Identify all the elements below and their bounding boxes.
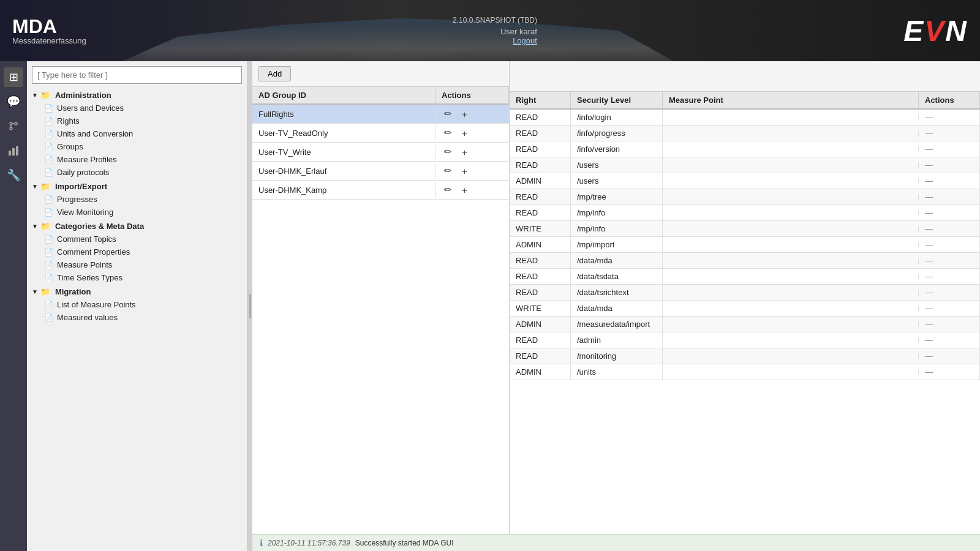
tree-item-list-of-measure-points[interactable]: 📄List of Measure Points: [29, 298, 244, 311]
folder-minus-icon: 📁: [40, 91, 50, 100]
tree-group-header[interactable]: ▼📁Administration: [29, 89, 244, 102]
security-level-cell: /units: [571, 364, 663, 380]
rights-row[interactable]: READ/monitoring—: [510, 348, 980, 364]
tree-item-time-series-types[interactable]: 📄Time Series Types: [29, 271, 244, 284]
security-level-cell: /info/login: [571, 110, 663, 125]
status-message: Successfully started MDA GUI: [355, 539, 454, 547]
ad-group-actions-cell: ✏+: [435, 124, 509, 142]
add-row-button[interactable]: +: [459, 127, 470, 140]
rights-row[interactable]: ADMIN/units—: [510, 364, 980, 380]
tree-item-measure-profiles[interactable]: 📄Measure Profiles: [29, 153, 244, 166]
tree-group-administration: ▼📁Administration📄Users and Devices📄Right…: [29, 89, 244, 179]
measure-point-cell: [663, 178, 919, 184]
rights-row[interactable]: ADMIN/users—: [510, 173, 980, 189]
sidebar-grid-icon[interactable]: ⊞: [4, 67, 23, 87]
add-row-button[interactable]: +: [459, 165, 470, 178]
rights-row[interactable]: READ/info/progress—: [510, 126, 980, 141]
ad-group-actions-cell: ✏+: [435, 181, 509, 199]
tree-group-header[interactable]: ▼📁Import/Export: [29, 180, 244, 193]
rights-row[interactable]: READ/data/tsdata—: [510, 269, 980, 285]
page-icon: 📄: [44, 195, 53, 204]
header-branding: MDA Messdatenerfassung: [12, 17, 86, 45]
tree-group-header[interactable]: ▼📁Categories & Meta Data: [29, 220, 244, 233]
edit-button[interactable]: ✏: [442, 126, 454, 140]
add-row-button[interactable]: +: [459, 146, 470, 159]
rights-row[interactable]: READ/mp/tree—: [510, 189, 980, 205]
tree-group-header[interactable]: ▼📁Migration: [29, 285, 244, 298]
rights-action-cell: —: [919, 110, 980, 125]
expand-icon: ▼: [32, 223, 38, 230]
add-button[interactable]: Add: [258, 66, 291, 81]
rights-row[interactable]: ADMIN/measuredata/import—: [510, 317, 980, 332]
expand-icon: ▼: [32, 183, 38, 190]
rights-row[interactable]: READ/data/tsrichtext—: [510, 285, 980, 301]
tree-item-comment-topics[interactable]: 📄Comment Topics: [29, 233, 244, 246]
rights-table-body: READ/info/login—READ/info/progress—READ/…: [510, 110, 980, 534]
rights-row[interactable]: WRITE/mp/info—: [510, 221, 980, 237]
sidebar-wrench-icon[interactable]: 🔧: [4, 165, 23, 185]
rights-row[interactable]: ADMIN/mp/import—: [510, 237, 980, 253]
col-measure-point: Measure Point: [663, 92, 919, 108]
rights-row[interactable]: READ/info/version—: [510, 141, 980, 157]
rights-row[interactable]: READ/mp/info—: [510, 205, 980, 221]
rights-row[interactable]: READ/info/login—: [510, 110, 980, 126]
add-row-button[interactable]: +: [459, 108, 470, 121]
rights-action-cell: —: [919, 157, 980, 173]
panel-divider[interactable]: [247, 61, 252, 551]
rights-row[interactable]: READ/admin—: [510, 332, 980, 348]
page-icon: 📄: [44, 168, 53, 177]
tree-item-units-and-conversion[interactable]: 📄Units and Conversion: [29, 127, 244, 140]
rights-action-cell: —: [919, 126, 980, 141]
col-ad-group-id: AD Group ID: [252, 87, 435, 103]
measure-point-cell: [663, 274, 919, 280]
right-cell: READ: [510, 157, 571, 173]
edit-button[interactable]: ✏: [442, 164, 454, 178]
svg-rect-7: [16, 146, 18, 156]
edit-button[interactable]: ✏: [442, 145, 454, 159]
rights-row[interactable]: READ/users—: [510, 157, 980, 173]
right-cell: READ: [510, 189, 571, 204]
rights-row[interactable]: READ/data/mda—: [510, 253, 980, 269]
tree-item-view-monitoring[interactable]: 📄View Monitoring: [29, 206, 244, 219]
tree-item-label: Comment Properties: [57, 247, 130, 257]
main-layout: ⊞ 💬 🔧 ▼📁Administration📄Users and Dev: [0, 61, 980, 551]
tree-item-users-and-devices[interactable]: 📄Users and Devices: [29, 102, 244, 114]
right-cell: READ: [510, 141, 571, 157]
rights-row[interactable]: WRITE/data/mda—: [510, 301, 980, 317]
edit-button[interactable]: ✏: [442, 107, 454, 121]
logout-link[interactable]: Logout: [453, 36, 537, 45]
sidebar-tools-icon[interactable]: [4, 116, 23, 136]
tree-item-daily-protocols[interactable]: 📄Daily protocols: [29, 166, 244, 179]
app-subtitle: Messdatenerfassung: [12, 36, 86, 45]
ad-group-row[interactable]: User-DHMK_Kamp✏+: [252, 181, 509, 200]
sidebar-chat-icon[interactable]: 💬: [4, 92, 23, 111]
tree-item-label: Measured values: [57, 313, 118, 322]
ad-group-id-cell: FullRights: [252, 107, 435, 122]
security-level-cell: /data/tsdata: [571, 269, 663, 284]
folder-minus-icon: 📁: [40, 222, 50, 231]
ad-group-row[interactable]: FullRights✏+: [252, 105, 509, 124]
header-user-info: 2.10.0.SNAPSHOT (TBD) User karaf Logout: [453, 16, 537, 45]
right-cell: READ: [510, 285, 571, 300]
right-cell: READ: [510, 332, 571, 348]
filter-input[interactable]: [32, 66, 242, 84]
ad-group-row[interactable]: User-TV_Write✏+: [252, 143, 509, 162]
ad-group-id-cell: User-TV_Write: [252, 144, 435, 160]
tree-item-measured-values[interactable]: 📄Measured values: [29, 311, 244, 324]
tree-item-groups[interactable]: 📄Groups: [29, 140, 244, 153]
ad-group-row[interactable]: User-DHMK_Erlauf✏+: [252, 162, 509, 181]
tree-item-measure-points[interactable]: 📄Measure Points: [29, 258, 244, 271]
page-icon: 📄: [44, 208, 53, 217]
rights-toolbar-spacer: [510, 61, 980, 92]
tree-item-progresses[interactable]: 📄Progresses: [29, 193, 244, 206]
edit-button[interactable]: ✏: [442, 183, 454, 197]
tree-item-rights[interactable]: 📄Rights: [29, 114, 244, 127]
rights-action-cell: —: [919, 285, 980, 300]
sidebar-chart-icon[interactable]: [4, 141, 23, 160]
status-bar: ℹ 2021-10-11 11:57:36.739 Successfully s…: [252, 534, 980, 551]
dam-background: [123, 0, 674, 61]
ad-groups-panel: Add AD Group ID Actions FullRights✏+User…: [252, 61, 510, 534]
tree-item-comment-properties[interactable]: 📄Comment Properties: [29, 246, 244, 258]
ad-group-row[interactable]: User-TV_ReadOnly✏+: [252, 124, 509, 143]
add-row-button[interactable]: +: [459, 184, 470, 197]
